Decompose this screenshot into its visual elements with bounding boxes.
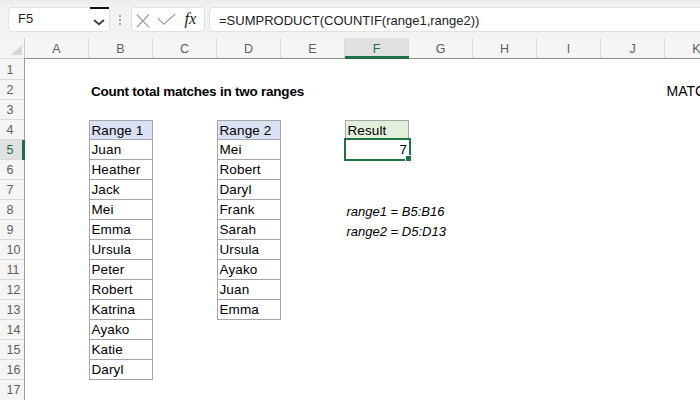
svg-text:fx: fx <box>185 9 198 28</box>
